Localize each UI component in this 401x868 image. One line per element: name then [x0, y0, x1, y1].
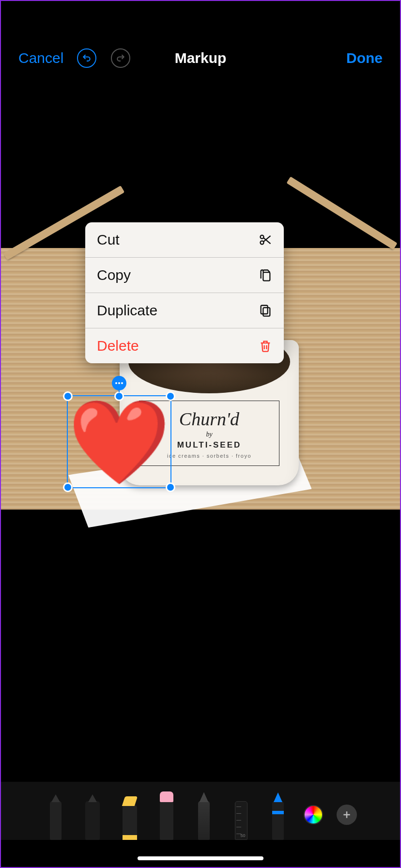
redo-icon	[116, 53, 125, 63]
highlighter-tool[interactable]	[118, 791, 141, 840]
pen-tool[interactable]	[44, 791, 67, 840]
undo-redo-group	[77, 48, 130, 68]
selection-box[interactable]: ❤️	[67, 395, 171, 488]
resize-handle-bottom-left[interactable]	[63, 482, 73, 492]
marker-tool[interactable]	[81, 791, 104, 840]
ruler-tool[interactable]: 50	[230, 791, 253, 840]
add-button[interactable]	[337, 805, 357, 825]
plus-icon	[342, 810, 352, 820]
scissors-icon	[259, 233, 272, 247]
trash-icon	[259, 339, 272, 353]
copy-icon	[259, 268, 272, 282]
undo-button[interactable]	[77, 48, 96, 68]
menu-item-duplicate[interactable]: Duplicate	[85, 293, 284, 328]
menu-label: Delete	[97, 338, 139, 354]
ruler-value: 50	[241, 833, 246, 838]
done-button[interactable]: Done	[346, 50, 383, 66]
page-title: Markup	[175, 50, 227, 66]
menu-label: Cut	[97, 232, 120, 248]
selection-more-button[interactable]	[112, 376, 126, 390]
menu-label: Copy	[97, 267, 131, 283]
resize-handle-top-center[interactable]	[114, 391, 124, 401]
undo-icon	[82, 53, 92, 63]
menu-item-copy[interactable]: Copy	[85, 258, 284, 293]
svg-rect-4	[261, 306, 268, 314]
svg-rect-3	[263, 308, 270, 316]
menu-item-cut[interactable]: Cut	[85, 222, 284, 258]
redo-button[interactable]	[111, 48, 130, 68]
cup-by-text: by	[206, 431, 212, 438]
context-menu: Cut Copy Duplicate Delete	[85, 222, 284, 363]
chopstick	[287, 176, 398, 249]
brush-tool[interactable]	[266, 791, 290, 840]
markup-header: Cancel Markup Done	[1, 45, 400, 72]
dot-icon	[115, 382, 117, 384]
markup-toolbar: 50	[1, 782, 400, 840]
duplicate-icon	[259, 304, 272, 317]
lasso-tool[interactable]	[192, 791, 216, 840]
dot-icon	[118, 382, 120, 384]
resize-handle-top-left[interactable]	[63, 391, 73, 401]
cancel-button[interactable]: Cancel	[18, 50, 63, 66]
color-picker-button[interactable]	[304, 805, 323, 824]
menu-label: Duplicate	[97, 302, 157, 319]
menu-item-delete[interactable]: Delete	[85, 328, 284, 363]
resize-handle-bottom-right[interactable]	[166, 482, 175, 492]
cup-sub-text: MULTI-SEED	[177, 440, 242, 450]
cup-brand-text: Churn'd	[179, 408, 239, 430]
cup-tag-text: ice creams · sorbets · froyo	[167, 453, 251, 459]
resize-handle-top-right[interactable]	[166, 391, 175, 401]
dot-icon	[121, 382, 123, 384]
home-indicator[interactable]	[138, 856, 263, 860]
eraser-tool[interactable]	[155, 791, 178, 840]
svg-rect-2	[263, 272, 270, 281]
heart-emoji[interactable]: ❤️	[68, 396, 170, 487]
